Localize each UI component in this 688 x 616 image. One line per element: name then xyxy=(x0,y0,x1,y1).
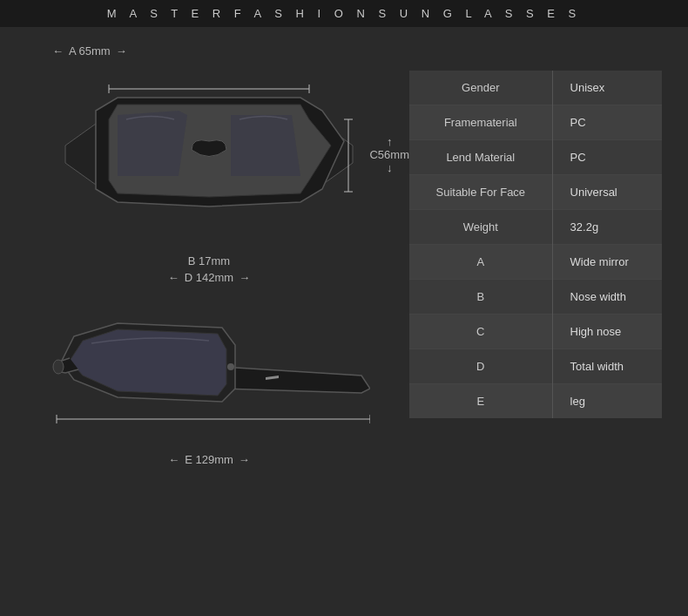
svg-marker-0 xyxy=(65,124,96,185)
spec-label-6: B xyxy=(409,280,552,315)
spec-value-6: Nose width xyxy=(552,280,662,315)
spec-value-4: 32.2g xyxy=(552,210,662,245)
spec-label-7: C xyxy=(409,315,552,349)
dim-c-label: C56mm xyxy=(369,148,409,161)
spec-row-7: CHigh nose xyxy=(409,315,662,349)
dim-b: B 17mm xyxy=(188,254,230,267)
spec-label-3: Suitable For Face xyxy=(409,175,552,210)
spec-label-8: D xyxy=(409,349,552,384)
dim-a-label: A 65mm xyxy=(69,44,111,58)
glasses-front-diagram: ↑ C56mm ↓ xyxy=(48,63,370,246)
spec-value-1: PC xyxy=(552,105,662,140)
spec-label-4: Weight xyxy=(409,210,552,245)
spec-value-5: Wide mirror xyxy=(552,245,662,280)
dim-e-row: ← E 129mm → xyxy=(168,453,250,466)
spec-value-8: Total width xyxy=(552,349,662,384)
spec-label-2: Lend Material xyxy=(409,140,552,175)
spec-value-2: PC xyxy=(552,140,662,175)
spec-value-0: Unisex xyxy=(552,71,662,105)
right-panel: GenderUnisexFramematerialPCLend Material… xyxy=(409,44,662,592)
spec-row-1: FramematerialPC xyxy=(409,105,662,140)
spec-label-9: E xyxy=(409,384,552,419)
arrow-left-e: ← xyxy=(168,453,179,466)
svg-point-8 xyxy=(53,360,64,374)
spec-row-9: Eleg xyxy=(409,384,662,419)
spec-row-6: BNose width xyxy=(409,280,662,315)
left-panel: ← A 65mm → xyxy=(26,44,392,592)
spec-value-7: High nose xyxy=(552,315,662,349)
arrow-left-d: ← xyxy=(168,271,179,284)
arrow-left-a: ← xyxy=(52,44,64,58)
spec-row-8: DTotal width xyxy=(409,349,662,384)
spec-label-5: A xyxy=(409,245,552,280)
glasses-side-diagram xyxy=(48,301,370,450)
spec-row-0: GenderUnisex xyxy=(409,71,662,105)
dim-d-label: D 142mm xyxy=(185,271,233,284)
spec-row-5: AWide mirror xyxy=(409,245,662,280)
spec-row-2: Lend MaterialPC xyxy=(409,140,662,175)
spec-value-9: leg xyxy=(552,384,662,419)
arrow-down-c: ↓ xyxy=(387,161,393,174)
header-title: M A S T E R F A S H I O N S U N G L A S … xyxy=(107,7,581,20)
header: M A S T E R F A S H I O N S U N G L A S … xyxy=(0,0,688,27)
arrow-right-a: → xyxy=(116,44,127,58)
spec-value-3: Universal xyxy=(552,175,662,210)
spec-row-3: Suitable For FaceUniversal xyxy=(409,175,662,210)
spec-label-1: Framematerial xyxy=(409,105,552,140)
spec-row-4: Weight32.2g xyxy=(409,210,662,245)
dimensions-bottom: B 17mm ← D 142mm → xyxy=(168,254,250,284)
spec-table: GenderUnisexFramematerialPCLend Material… xyxy=(409,71,662,418)
arrow-right-e: → xyxy=(239,453,250,466)
svg-point-9 xyxy=(227,363,234,370)
arrow-right-d: → xyxy=(239,271,250,284)
spec-label-0: Gender xyxy=(409,71,552,105)
arrow-up-c: ↑ xyxy=(387,135,393,148)
dim-e-label: E 129mm xyxy=(185,453,233,466)
